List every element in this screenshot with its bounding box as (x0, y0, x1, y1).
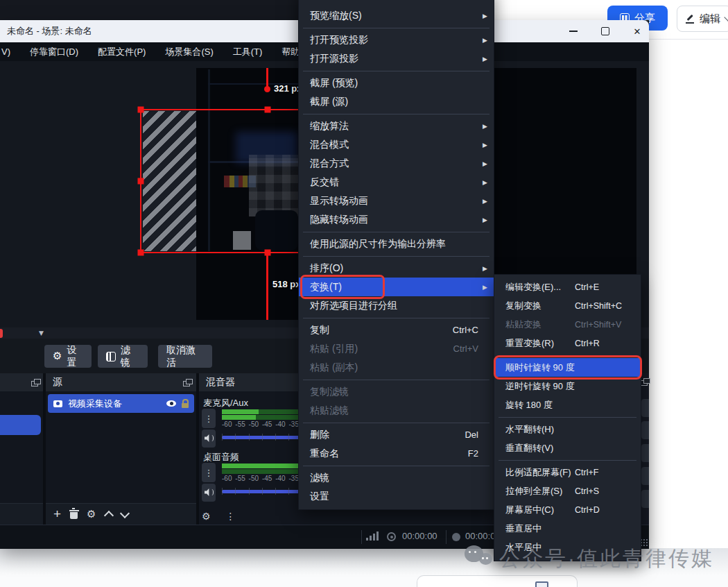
selection-handle[interactable] (265, 107, 271, 113)
close-button[interactable]: ✕ (625, 20, 649, 42)
channel-menu-button[interactable]: ⋮ (202, 463, 216, 482)
menu-shortcut: Ctrl+V (453, 343, 487, 354)
menu-item[interactable]: 显示转场动画▶ (299, 192, 494, 210)
mute-button[interactable] (202, 429, 216, 448)
selection-handle[interactable] (138, 107, 144, 113)
menu-item-label: 逆时针旋转 90 度 (505, 380, 575, 393)
dock-button-sliver[interactable] (641, 399, 649, 417)
deactivate-button[interactable]: 取消激活 (158, 345, 212, 368)
meter-scale: -60-55-50-45-40-35 (222, 475, 302, 482)
menu-item[interactable]: 打开源投影▶ (299, 49, 494, 68)
settings-button-label: 设置 (67, 344, 83, 369)
mute-button[interactable] (202, 484, 216, 502)
menu-item[interactable]: 使用此源的尺寸作为输出分辨率 (299, 235, 494, 253)
filters-button[interactable]: 滤镜 (98, 345, 148, 368)
menu-item[interactable]: 预览缩放(S)▶ (299, 6, 494, 25)
menu-item[interactable]: 编辑变换(E)...Ctrl+E (494, 278, 641, 296)
menu-item[interactable]: 对所选项目进行分组 (299, 296, 494, 315)
camera-icon (53, 400, 62, 407)
clipped-menu-item[interactable] (299, 0, 494, 6)
add-source-button[interactable]: + (53, 507, 61, 520)
menu-shortcut: Ctrl+F (575, 468, 598, 477)
menubar-item[interactable]: V) (0, 46, 20, 57)
unlock-icon[interactable] (182, 403, 189, 408)
move-up-button[interactable] (103, 511, 113, 520)
mixer-dock-title: 混音器 (206, 376, 235, 389)
advanced-audio-button[interactable]: ⚙ (202, 511, 211, 521)
menu-item[interactable]: 删除Del (299, 425, 494, 444)
menu-shortcut: Ctrl+E (575, 282, 599, 292)
menu-item: 粘贴 (引用)Ctrl+V (299, 339, 494, 358)
menu-item[interactable]: 反交错▶ (299, 173, 494, 192)
speaker-icon (209, 489, 214, 495)
gear-icon: ⚙ (53, 351, 62, 361)
menu-item[interactable]: 逆时针旋转 90 度 (494, 377, 641, 395)
selection-handle[interactable] (138, 250, 144, 256)
menu-item[interactable]: 截屏 (源) (299, 92, 494, 111)
menu-item-label: 重置变换(R) (505, 337, 575, 350)
menu-item[interactable]: 截屏 (预览) (299, 74, 494, 92)
selected-scene-item[interactable] (0, 415, 41, 435)
menu-item-label: 滤镜 (310, 472, 329, 484)
submenu-arrow-icon: ▶ (483, 12, 487, 19)
context-menu: 预览缩放(S)▶打开预览投影▶打开源投影▶截屏 (预览)截屏 (源)缩放算法▶混… (298, 0, 494, 510)
menu-item[interactable]: 设置 (299, 487, 494, 506)
menubar-item[interactable]: 停靠窗口(D) (20, 46, 88, 58)
dock-button-sliver[interactable] (641, 467, 649, 485)
menu-item[interactable]: 隐藏转场动画▶ (299, 210, 494, 229)
menu-item[interactable]: 复制变换Ctrl+Shift+C (494, 296, 641, 315)
menu-item[interactable]: 拉伸到全屏(S)Ctrl+S (494, 482, 641, 500)
selection-handle[interactable] (138, 178, 144, 185)
menu-item[interactable]: 混合模式▶ (299, 135, 494, 154)
menu-item[interactable]: 变换(T)▶ (299, 278, 494, 296)
menubar-item[interactable]: 配置文件(P) (88, 46, 155, 58)
eye-visibility-icon[interactable] (166, 400, 176, 407)
source-item-video-capture[interactable]: 视频采集设备 (48, 394, 194, 413)
stream-time: 00:00:00 (402, 531, 437, 541)
source-properties-button[interactable]: ⚙ (87, 509, 96, 520)
menu-item: 粘贴 (副本) (299, 358, 494, 377)
menu-item[interactable]: 比例适配屏幕(F)Ctrl+F (494, 463, 641, 482)
menu-item-label: 粘贴滤镜 (310, 405, 349, 417)
move-down-button[interactable] (119, 508, 129, 518)
channel-menu-button[interactable]: ⋮ (202, 409, 216, 428)
menu-item[interactable]: 滤镜 (299, 468, 494, 487)
menu-separator (494, 457, 641, 463)
menu-item[interactable]: 重置变换(R)Ctrl+R (494, 334, 641, 352)
menu-item[interactable]: 混合方式▶ (299, 154, 494, 173)
edit-button[interactable]: 编辑 (677, 6, 728, 32)
menu-item[interactable]: 垂直翻转(V) (494, 439, 641, 457)
menu-item[interactable]: 旋转 180 度 (494, 395, 641, 414)
dock-button-sliver[interactable] (641, 421, 649, 439)
menubar-item[interactable]: 工具(T) (223, 46, 272, 58)
dock-float-icon[interactable] (31, 381, 38, 386)
pencil-icon (686, 15, 695, 24)
menu-separator (299, 229, 494, 235)
floating-toolbar[interactable] (417, 575, 578, 587)
menu-item[interactable]: 水平翻转(H) (494, 420, 641, 439)
menu-item[interactable]: 排序(O)▶ (299, 259, 494, 278)
settings-button[interactable]: ⚙ 设置 (44, 345, 92, 368)
toolbar-divider (649, 39, 728, 40)
mixer-menu-button[interactable]: ⋮ (226, 511, 236, 522)
menu-item[interactable]: 垂直居中 (494, 519, 641, 538)
dock-float-icon[interactable] (641, 380, 648, 386)
menu-item[interactable]: 打开预览投影▶ (299, 31, 494, 49)
dock-button-sliver[interactable] (641, 444, 649, 462)
minimize-button[interactable] (562, 20, 585, 42)
menu-item[interactable]: 顺时针旋转 90 度 (494, 358, 641, 377)
menu-item[interactable]: 复制Ctrl+C (299, 321, 494, 339)
caret-down-icon[interactable]: ▼ (39, 330, 44, 337)
menu-item[interactable]: 屏幕居中(C)Ctrl+D (494, 500, 641, 519)
status-separator (446, 530, 447, 544)
speaker-icon (209, 435, 214, 441)
dock-button-sliver[interactable] (641, 490, 649, 508)
menubar-item[interactable]: 场景集合(S) (155, 46, 223, 58)
remove-source-button[interactable] (70, 512, 78, 519)
maximize-button[interactable] (593, 20, 617, 42)
menu-item[interactable]: 缩放算法▶ (299, 117, 494, 135)
dock-float-icon[interactable] (183, 381, 190, 386)
menu-item[interactable]: 重命名F2 (299, 444, 494, 463)
sources-dock: 源 视频采集设备 + ⚙ (46, 373, 196, 525)
submenu-arrow-icon: ▶ (483, 123, 487, 130)
